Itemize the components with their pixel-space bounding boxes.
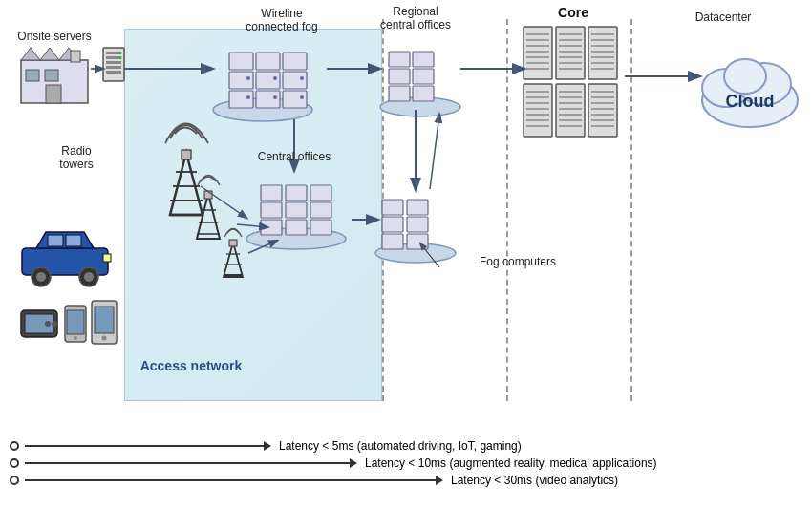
svg-line-157 [420, 243, 439, 267]
svg-text:Radio: Radio [61, 144, 92, 158]
latency-row-1: Latency < 5ms (automated driving, IoT, g… [10, 439, 802, 453]
svg-rect-39 [413, 52, 434, 67]
latency-text-2: Latency < 10ms (augmented reality, medic… [365, 456, 657, 470]
svg-point-142 [74, 336, 77, 340]
svg-point-91 [724, 59, 766, 94]
svg-text:towers: towers [59, 158, 93, 171]
svg-rect-9 [106, 52, 121, 54]
svg-rect-144 [95, 307, 114, 333]
svg-point-89 [702, 69, 750, 107]
svg-rect-105 [407, 234, 428, 249]
latency-text-1: Latency < 5ms (automated driving, IoT, g… [279, 439, 522, 453]
svg-point-145 [102, 336, 107, 341]
latency-arrow-2 [350, 458, 357, 468]
svg-rect-38 [389, 52, 410, 67]
svg-rect-41 [556, 27, 585, 79]
svg-rect-44 [556, 84, 585, 137]
vdash-1 [382, 19, 384, 401]
main-svg: Cloud [0, 0, 812, 508]
svg-marker-1 [21, 48, 40, 60]
latency-line-1 [25, 445, 264, 447]
svg-text:central offices: central offices [380, 18, 451, 32]
svg-text:Cloud: Cloud [726, 92, 775, 111]
svg-point-33 [380, 97, 460, 116]
svg-marker-128 [36, 232, 94, 248]
svg-rect-141 [67, 310, 84, 334]
latency-circle-2 [10, 458, 19, 468]
svg-text:Onsite servers: Onsite servers [17, 30, 91, 43]
svg-rect-8 [103, 48, 124, 81]
svg-rect-37 [413, 69, 434, 84]
svg-rect-129 [48, 235, 63, 246]
svg-text:Core: Core [558, 5, 588, 20]
access-network-region [124, 29, 382, 401]
svg-rect-43 [524, 84, 552, 137]
svg-rect-7 [46, 85, 61, 103]
svg-point-138 [45, 321, 51, 327]
svg-line-153 [430, 115, 439, 189]
vdash-2 [506, 19, 508, 401]
svg-point-134 [84, 272, 94, 282]
svg-rect-108 [382, 200, 403, 215]
svg-marker-3 [59, 48, 78, 60]
svg-text:Regional: Regional [393, 5, 438, 18]
vdash-3 [630, 19, 632, 401]
svg-rect-40 [524, 27, 552, 79]
latency-circle-3 [10, 476, 19, 485]
latency-arrow-1 [264, 441, 271, 451]
svg-rect-140 [65, 306, 86, 342]
diagram-container: Cloud [0, 0, 812, 508]
svg-rect-6 [45, 70, 58, 81]
svg-rect-11 [106, 61, 121, 64]
svg-rect-34 [389, 86, 410, 101]
latency-row-3: Latency < 30ms (video analytics) [10, 474, 802, 487]
latency-arrow-3 [436, 476, 443, 485]
svg-text:Datacenter: Datacenter [695, 11, 752, 24]
svg-text:Wireline: Wireline [261, 7, 303, 20]
svg-rect-5 [26, 70, 39, 81]
latency-line-3 [25, 479, 436, 481]
latency-section: Latency < 5ms (automated driving, IoT, g… [10, 439, 802, 491]
svg-rect-104 [382, 234, 403, 249]
svg-rect-42 [588, 27, 617, 79]
svg-rect-135 [103, 254, 111, 262]
svg-rect-4 [71, 51, 80, 62]
svg-rect-45 [588, 84, 617, 137]
svg-rect-35 [413, 86, 434, 101]
svg-point-90 [737, 63, 791, 105]
latency-line-2 [25, 462, 350, 464]
svg-point-15 [119, 56, 122, 59]
svg-rect-13 [106, 71, 121, 74]
latency-circle-1 [10, 441, 19, 451]
latency-row-2: Latency < 10ms (augmented reality, medic… [10, 456, 802, 470]
svg-point-14 [119, 52, 122, 54]
svg-rect-107 [407, 217, 428, 232]
svg-rect-137 [25, 314, 53, 333]
svg-rect-136 [21, 310, 57, 337]
latency-text-3: Latency < 30ms (video analytics) [451, 474, 618, 487]
svg-rect-143 [92, 301, 117, 344]
svg-point-88 [702, 74, 798, 127]
svg-marker-2 [40, 48, 59, 60]
svg-rect-106 [382, 217, 403, 232]
svg-point-131 [32, 267, 51, 286]
svg-rect-127 [22, 248, 108, 275]
svg-rect-130 [66, 235, 81, 246]
svg-rect-109 [407, 200, 428, 215]
svg-point-133 [79, 267, 98, 286]
svg-text:Fog computers: Fog computers [480, 255, 556, 268]
svg-point-103 [375, 243, 456, 263]
svg-rect-0 [21, 60, 88, 103]
svg-rect-12 [106, 66, 121, 69]
svg-rect-36 [389, 69, 410, 84]
svg-point-139 [52, 321, 57, 327]
svg-point-132 [36, 272, 46, 282]
svg-rect-10 [106, 56, 121, 59]
